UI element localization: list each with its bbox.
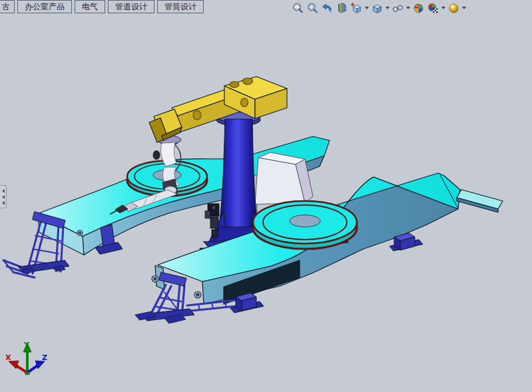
zoom-to-area-icon[interactable] (305, 1, 320, 15)
zoom-to-fit-icon[interactable] (290, 1, 305, 15)
tab-office-products[interactable]: 办公室产品 (17, 0, 72, 13)
triad-y-label: Y (23, 341, 30, 349)
support-stand-back[interactable] (3, 212, 69, 278)
apply-scene-dropdown-icon[interactable] (440, 1, 446, 15)
display-style-icon[interactable] (370, 1, 384, 15)
hide-show-items-dropdown-icon[interactable] (405, 1, 411, 15)
slewing-ring-front[interactable] (253, 201, 357, 249)
apply-scene-icon[interactable] (425, 1, 440, 15)
triad-x-label: X (5, 353, 11, 362)
hide-show-items-icon[interactable] (390, 1, 405, 15)
display-style-dropdown-icon[interactable] (384, 1, 390, 15)
view-settings-dropdown-icon[interactable] (461, 1, 467, 15)
left-triangle-icon (2, 189, 5, 193)
previous-view-icon[interactable] (320, 1, 334, 15)
model-scene: X Y Z (0, 15, 532, 392)
view-settings-icon[interactable] (446, 1, 461, 15)
graphics-viewport[interactable]: X Y Z (0, 15, 532, 392)
feature-panel-expander[interactable] (0, 185, 7, 208)
triad-z-label: Z (42, 353, 47, 362)
left-triangle-icon (2, 201, 5, 205)
column-drive-unit[interactable] (205, 204, 219, 238)
orientation-triad: X Y Z (5, 341, 47, 375)
section-view-icon[interactable] (334, 1, 349, 15)
edit-appearance-icon[interactable] (411, 1, 425, 15)
left-triangle-icon (2, 195, 5, 199)
heads-up-view-toolbar (290, 1, 467, 15)
view-orientation-icon[interactable] (349, 1, 364, 15)
solidworks-window: 古 办公室产品 电气 管道设计 管筒设计 (0, 0, 532, 392)
robot-boom[interactable] (149, 77, 287, 142)
tab-partial[interactable]: 古 (0, 0, 15, 13)
tab-piping-design[interactable]: 管道设计 (108, 0, 154, 13)
tab-electrical[interactable]: 电气 (75, 0, 105, 13)
view-orientation-dropdown-icon[interactable] (364, 1, 370, 15)
tab-tubing-design[interactable]: 管筒设计 (157, 0, 204, 13)
